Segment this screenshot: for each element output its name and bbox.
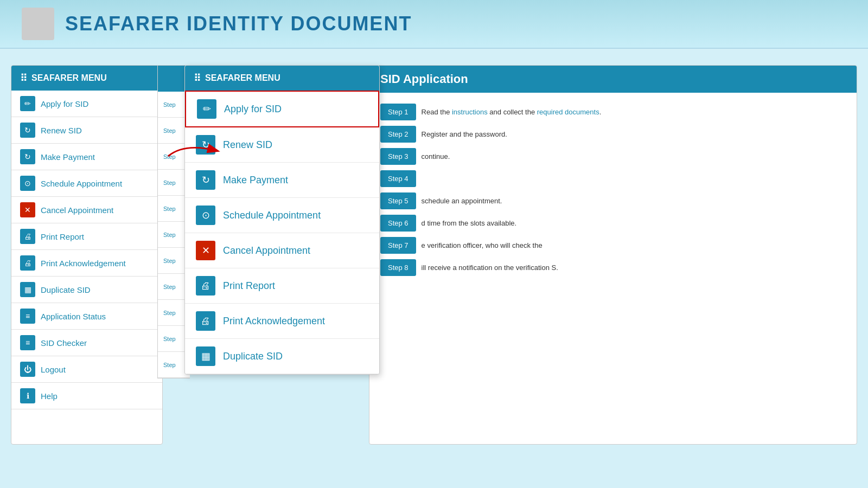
sidebar-item-help[interactable]: ℹ Help bbox=[11, 383, 162, 409]
header-title: SEAFARER IDENTITY DOCUMENT bbox=[65, 12, 412, 35]
left-sidebar: ⠿ SEAFARER MENU ✏ Apply for SID ↻ Renew … bbox=[11, 65, 163, 445]
step-row-2: Step 2 Register and the password. bbox=[380, 126, 846, 143]
dropdown-print-report-icon: 🖨 bbox=[196, 276, 215, 296]
step-row-4: Step 4 bbox=[380, 170, 846, 187]
step-row-1: Step 1 Read the instructions and collect… bbox=[380, 104, 846, 120]
dropdown-schedule-icon: ⊙ bbox=[196, 206, 215, 225]
sidebar-item-apply-sid[interactable]: ✏ Apply for SID bbox=[11, 91, 162, 117]
app-status-icon: ≡ bbox=[20, 309, 35, 324]
print-report-icon: 🖨 bbox=[20, 229, 35, 244]
step-1-button[interactable]: Step 1 bbox=[380, 104, 416, 120]
duplicate-icon: ▦ bbox=[20, 282, 35, 297]
sidebar-sid-checker-label: SID Checker bbox=[41, 338, 87, 348]
apply-sid-icon: ✏ bbox=[20, 96, 35, 111]
step-4-button[interactable]: Step 4 bbox=[380, 170, 416, 187]
dropdown-item-cancel[interactable]: ✕ Cancel Appointment bbox=[185, 233, 379, 268]
sidebar-item-schedule[interactable]: ⊙ Schedule Appointment bbox=[11, 170, 162, 197]
step-row-8: Step 8 ill receive a notification on the… bbox=[380, 259, 846, 276]
left-sidebar-title: SEAFARER MENU bbox=[31, 73, 107, 83]
dropdown-schedule-label: Schedule Appointment bbox=[223, 210, 321, 221]
step-7-text: e verification officer, who will check t… bbox=[422, 237, 542, 251]
content-area: SID Application Step 1 Read the instruct… bbox=[369, 65, 857, 445]
dropdown-header: ⠿ SEAFARER MENU bbox=[185, 66, 379, 91]
sidebar-item-make-payment[interactable]: ↻ Make Payment bbox=[11, 144, 162, 170]
step-3-text: continue. bbox=[422, 148, 450, 162]
left-sidebar-header: ⠿ SEAFARER MENU bbox=[11, 66, 162, 91]
step-5-button[interactable]: Step 5 bbox=[380, 192, 416, 209]
dropdown-grid-icon: ⠿ bbox=[194, 72, 201, 84]
step-2-button[interactable]: Step 2 bbox=[380, 126, 416, 143]
print-ack-icon: 🖨 bbox=[20, 255, 35, 271]
step-row-7: Step 7 e verification officer, who will … bbox=[380, 237, 846, 254]
step-5-text: schedule an appointment. bbox=[422, 192, 502, 207]
sidebar-renew-sid-label: Renew SID bbox=[41, 126, 82, 135]
sidebar-item-print-report[interactable]: 🖨 Print Report bbox=[11, 223, 162, 250]
sidebar-apply-sid-label: Apply for SID bbox=[41, 99, 88, 108]
dropdown-menu: ⠿ SEAFARER MENU ✏ Apply for SID ↻ Renew … bbox=[184, 65, 380, 375]
sidebar-item-print-ack[interactable]: 🖨 Print Acknowledgement bbox=[11, 250, 162, 277]
step-row-5: Step 5 schedule an appointment. bbox=[380, 192, 846, 209]
dropdown-make-payment-icon: ↻ bbox=[196, 170, 215, 190]
content-header: SID Application bbox=[369, 66, 857, 93]
sidebar-print-ack-label: Print Acknowledgement bbox=[41, 259, 126, 268]
dropdown-print-ack-label: Print Acknowledgement bbox=[223, 316, 325, 327]
sidebar-help-label: Help bbox=[41, 391, 58, 401]
dropdown-cancel-icon: ✕ bbox=[196, 241, 215, 260]
grid-icon: ⠿ bbox=[20, 72, 27, 84]
step-6-button[interactable]: Step 6 bbox=[380, 215, 416, 232]
dropdown-header-title: SEAFARER MENU bbox=[205, 73, 280, 83]
cancel-icon: ✕ bbox=[20, 202, 35, 217]
make-payment-icon: ↻ bbox=[20, 149, 35, 164]
dropdown-apply-sid-label: Apply for SID bbox=[224, 104, 282, 115]
renew-sid-icon: ↻ bbox=[20, 123, 35, 138]
dropdown-item-apply-sid[interactable]: ✏ Apply for SID bbox=[185, 91, 379, 127]
dropdown-apply-sid-icon: ✏ bbox=[197, 99, 216, 119]
dropdown-duplicate-label: Duplicate SID bbox=[223, 351, 283, 362]
sidebar-schedule-label: Schedule Appointment bbox=[41, 179, 122, 188]
sidebar-item-sid-checker[interactable]: ≡ SID Checker bbox=[11, 330, 162, 356]
dropdown-cancel-label: Cancel Appointment bbox=[223, 245, 310, 256]
content-body: Step 1 Read the instructions and collect… bbox=[369, 93, 857, 292]
sidebar-item-cancel[interactable]: ✕ Cancel Appointment bbox=[11, 197, 162, 223]
dropdown-item-duplicate-sid[interactable]: ▦ Duplicate SID bbox=[185, 339, 379, 374]
step-7-button[interactable]: Step 7 bbox=[380, 237, 416, 254]
dropdown-item-make-payment[interactable]: ↻ Make Payment bbox=[185, 163, 379, 198]
sidebar-cancel-label: Cancel Appointment bbox=[41, 206, 113, 215]
dropdown-item-print-ack[interactable]: 🖨 Print Acknowledgement bbox=[185, 304, 379, 339]
main-area: ⠿ SEAFARER MENU ✏ Apply for SID ↻ Renew … bbox=[0, 49, 868, 461]
step-8-button[interactable]: Step 8 bbox=[380, 259, 416, 276]
step-6-text: d time from the slots available. bbox=[422, 215, 517, 229]
sidebar-item-duplicate[interactable]: ▦ Duplicate SID bbox=[11, 277, 162, 303]
sidebar-make-payment-label: Make Payment bbox=[41, 152, 95, 162]
sidebar-app-status-label: Application Status bbox=[41, 312, 106, 321]
dropdown-print-ack-icon: 🖨 bbox=[196, 311, 215, 331]
header: SEAFARER IDENTITY DOCUMENT bbox=[0, 0, 868, 49]
dropdown-print-report-label: Print Report bbox=[223, 280, 275, 292]
logout-icon: ⏻ bbox=[20, 362, 35, 377]
step-row-6: Step 6 d time from the slots available. bbox=[380, 215, 846, 232]
step-2-text: Register and the password. bbox=[422, 126, 507, 140]
sidebar-item-renew-sid[interactable]: ↻ Renew SID bbox=[11, 117, 162, 144]
sidebar-item-app-status[interactable]: ≡ Application Status bbox=[11, 303, 162, 330]
red-arrow-indicator bbox=[163, 140, 228, 162]
step-row-3: Step 3 continue. bbox=[380, 148, 846, 165]
sidebar-duplicate-label: Duplicate SID bbox=[41, 285, 91, 294]
dropdown-renew-sid-label: Renew SID bbox=[223, 139, 272, 151]
sidebar-print-report-label: Print Report bbox=[41, 232, 84, 241]
content-title: SID Application bbox=[380, 72, 468, 86]
schedule-icon: ⊙ bbox=[20, 176, 35, 191]
sidebar-item-logout[interactable]: ⏻ Logout bbox=[11, 356, 162, 383]
step-8-text: ill receive a notification on the verifi… bbox=[422, 259, 558, 273]
dropdown-item-schedule[interactable]: ⊙ Schedule Appointment bbox=[185, 198, 379, 233]
help-icon: ℹ bbox=[20, 388, 35, 403]
step-1-text: Read the instructions and collect the re… bbox=[422, 104, 602, 118]
header-logo bbox=[22, 8, 54, 40]
dropdown-make-payment-label: Make Payment bbox=[223, 175, 288, 186]
step-3-button[interactable]: Step 3 bbox=[380, 148, 416, 165]
sid-checker-icon: ≡ bbox=[20, 335, 35, 350]
dropdown-item-print-report[interactable]: 🖨 Print Report bbox=[185, 268, 379, 304]
dropdown-duplicate-icon: ▦ bbox=[196, 346, 215, 366]
sidebar-logout-label: Logout bbox=[41, 365, 66, 374]
